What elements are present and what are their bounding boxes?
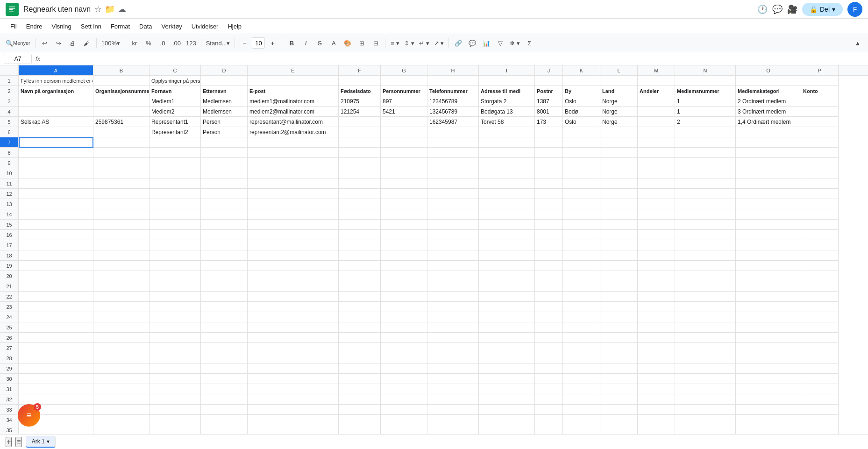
borders-button[interactable]: ⊞	[355, 36, 368, 50]
dec-more-button[interactable]: .00	[170, 36, 183, 50]
cell-M31[interactable]	[638, 384, 675, 394]
cell-C27[interactable]	[149, 343, 201, 353]
cell-P28[interactable]	[801, 353, 839, 363]
cell-I29[interactable]	[479, 363, 535, 374]
cell-F14[interactable]	[339, 209, 381, 220]
cell-A2[interactable]: Navn på organisasjon	[19, 86, 93, 96]
cell-L30[interactable]	[600, 374, 638, 384]
cell-K2[interactable]: By	[563, 86, 600, 96]
cell-D34[interactable]	[201, 415, 248, 425]
cell-O35[interactable]	[736, 425, 801, 434]
cell-H25[interactable]	[427, 322, 479, 333]
cell-K16[interactable]	[563, 230, 600, 240]
col-header-e[interactable]: E	[248, 65, 339, 75]
cell-A26[interactable]	[19, 333, 93, 343]
cell-O33[interactable]	[736, 405, 801, 415]
cell-P35[interactable]	[801, 425, 839, 434]
row-number-33[interactable]: 33	[0, 405, 19, 415]
cell-E21[interactable]	[248, 281, 339, 292]
sheet-menu-button[interactable]: ≡	[15, 437, 21, 447]
cell-B1[interactable]	[93, 76, 149, 86]
row-number-28[interactable]: 28	[0, 353, 19, 363]
cell-J9[interactable]	[535, 158, 563, 168]
cell-D4[interactable]: Medlemsen	[201, 107, 248, 117]
row-number-30[interactable]: 30	[0, 374, 19, 384]
cell-E5[interactable]: representant@mailinator.com	[248, 117, 339, 127]
cell-G26[interactable]	[381, 333, 427, 343]
cell-O10[interactable]	[736, 168, 801, 178]
cell-K4[interactable]: Bodø	[563, 107, 600, 117]
cell-I8[interactable]	[479, 148, 535, 158]
cell-K25[interactable]	[563, 322, 600, 333]
menu-item-verktoy[interactable]: Verktøy	[157, 21, 187, 32]
cell-C23[interactable]	[149, 302, 201, 312]
cell-F13[interactable]	[339, 199, 381, 209]
cell-E1[interactable]	[248, 76, 339, 86]
cell-B33[interactable]	[93, 405, 149, 415]
formula-input[interactable]	[44, 55, 864, 62]
cell-K5[interactable]: Oslo	[563, 117, 600, 127]
cell-G15[interactable]	[381, 220, 427, 230]
cell-K7[interactable]	[563, 137, 600, 148]
cell-P27[interactable]	[801, 343, 839, 353]
cell-N30[interactable]	[675, 374, 736, 384]
cell-J12[interactable]	[535, 189, 563, 199]
cell-L5[interactable]: Norge	[600, 117, 638, 127]
valign-button[interactable]: ⇕ ▾	[402, 36, 416, 50]
cell-N5[interactable]: 2	[675, 117, 736, 127]
cell-A13[interactable]	[19, 199, 93, 209]
cell-E34[interactable]	[248, 415, 339, 425]
cell-I10[interactable]	[479, 168, 535, 178]
cell-H21[interactable]	[427, 281, 479, 292]
cell-H33[interactable]	[427, 405, 479, 415]
cell-K8[interactable]	[563, 148, 600, 158]
menu-item-visning[interactable]: Visning	[47, 21, 76, 32]
cell-L27[interactable]	[600, 343, 638, 353]
cell-D16[interactable]	[201, 230, 248, 240]
font-size-increase[interactable]: +	[266, 36, 279, 50]
cell-D27[interactable]	[201, 343, 248, 353]
cell-L6[interactable]	[600, 127, 638, 137]
cell-L4[interactable]: Norge	[600, 107, 638, 117]
cell-K32[interactable]	[563, 394, 600, 405]
cell-J35[interactable]	[535, 425, 563, 434]
cell-F3[interactable]: 210975	[339, 96, 381, 107]
cell-F32[interactable]	[339, 394, 381, 405]
cell-G14[interactable]	[381, 209, 427, 220]
cell-K28[interactable]	[563, 353, 600, 363]
cell-P32[interactable]	[801, 394, 839, 405]
col-header-c[interactable]: C	[149, 65, 201, 75]
cell-E8[interactable]	[248, 148, 339, 158]
cell-H9[interactable]	[427, 158, 479, 168]
cell-C30[interactable]	[149, 374, 201, 384]
cell-M25[interactable]	[638, 322, 675, 333]
cell-I2[interactable]: Adresse til medl	[479, 86, 535, 96]
cell-H3[interactable]: 123456789	[427, 96, 479, 107]
cell-L29[interactable]	[600, 363, 638, 374]
cell-A15[interactable]	[19, 220, 93, 230]
cell-D28[interactable]	[201, 353, 248, 363]
cell-B8[interactable]	[93, 148, 149, 158]
cell-N2[interactable]: Medlemsnummer	[675, 86, 736, 96]
cell-B31[interactable]	[93, 384, 149, 394]
row-number-31[interactable]: 31	[0, 384, 19, 394]
cell-J31[interactable]	[535, 384, 563, 394]
cell-L25[interactable]	[600, 322, 638, 333]
cell-B12[interactable]	[93, 189, 149, 199]
row-number-9[interactable]: 9	[0, 158, 19, 168]
cell-J3[interactable]: 1387	[535, 96, 563, 107]
cell-O6[interactable]	[736, 127, 801, 137]
cell-B16[interactable]	[93, 230, 149, 240]
cell-M26[interactable]	[638, 333, 675, 343]
cell-J10[interactable]	[535, 168, 563, 178]
cell-I30[interactable]	[479, 374, 535, 384]
cell-H13[interactable]	[427, 199, 479, 209]
cell-J14[interactable]	[535, 209, 563, 220]
cell-G20[interactable]	[381, 271, 427, 281]
cell-O27[interactable]	[736, 343, 801, 353]
cell-N22[interactable]	[675, 292, 736, 302]
cell-G1[interactable]	[381, 76, 427, 86]
cell-I20[interactable]	[479, 271, 535, 281]
cell-F12[interactable]	[339, 189, 381, 199]
cell-H23[interactable]	[427, 302, 479, 312]
